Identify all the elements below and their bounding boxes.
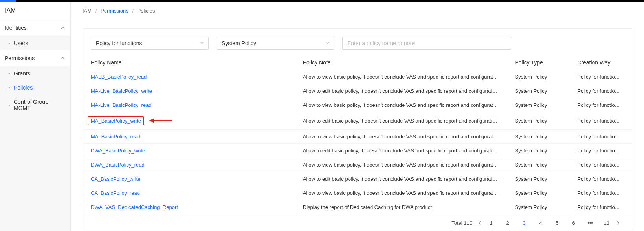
policy-type-cell: System Policy: [507, 98, 570, 112]
table-row: MA-Live_BasicPolicy_readAllow to view ba…: [83, 98, 632, 112]
creation-way-cell: Policy for functions: [569, 158, 632, 172]
creation-way-cell: Policy for functions: [569, 112, 632, 130]
bullet-icon: [9, 43, 10, 44]
sidebar-item-label: Grants: [14, 70, 30, 77]
table-row: MA_BasicPolicy_readAllow to view basic p…: [83, 130, 632, 144]
page-number-button[interactable]: 11: [603, 220, 611, 226]
policy-type-cell: System Policy: [507, 70, 570, 84]
creation-way-cell: Policy for functions: [569, 130, 632, 144]
col-header-name: Policy Name: [83, 55, 295, 70]
policy-note-cell: Allow to edit basic policy, it doesn't c…: [295, 144, 507, 158]
creation-way-cell: Policy for functions: [569, 186, 632, 200]
table-row: DWA_VAS_DedicatedCaching_ReportDisplay t…: [83, 200, 632, 214]
table-row: DWA_BasicPolicy_writeAllow to edit basic…: [83, 144, 632, 158]
filter-bar: Policy for functions System Policy: [83, 37, 632, 55]
policy-note-cell: Allow to edit basic policy, it doesn't c…: [295, 172, 507, 186]
sidebar-item-control-group-mgmt[interactable]: Control Group MGMT: [0, 95, 70, 115]
sidebar-item-grants[interactable]: Grants: [0, 66, 70, 81]
policy-type-cell: System Policy: [507, 158, 570, 172]
policy-note-cell: Allow to view basic policy, it doesn't c…: [295, 130, 507, 144]
policy-name-link[interactable]: MA_BasicPolicy_write: [91, 118, 141, 124]
table-header-row: Policy Name Policy Note Policy Type Crea…: [83, 55, 632, 70]
policy-name-link[interactable]: MALB_BasicPolicy_read: [91, 74, 147, 80]
creation-way-cell: Policy for functions: [569, 144, 632, 158]
chevron-up-icon: [60, 55, 66, 61]
creation-way-cell: Policy for functions: [569, 98, 632, 112]
table-row: CA_BasicPolicy_writeAllow to edit basic …: [83, 172, 632, 186]
policy-type-cell: System Policy: [507, 84, 570, 98]
chevron-down-icon: [325, 40, 330, 46]
sidebar-group-label: Permissions: [5, 55, 35, 61]
policy-name-link[interactable]: DWA_BasicPolicy_read: [91, 162, 145, 168]
policy-note-cell: Allow to edit basic policy, it doesn't c…: [295, 84, 507, 98]
policy-type-cell: System Policy: [507, 172, 570, 186]
sidebar-item-label: Users: [14, 40, 28, 46]
breadcrumb-permissions-link[interactable]: Permissions: [101, 8, 128, 14]
page-number-button[interactable]: 4: [537, 220, 545, 226]
policy-type-cell: System Policy: [507, 130, 570, 144]
policy-name-link[interactable]: CA_BasicPolicy_write: [91, 176, 140, 182]
breadcrumb-root: IAM: [83, 8, 92, 14]
sidebar-item-label: Control Group MGMT: [14, 99, 66, 111]
scope-select[interactable]: Policy for functions: [91, 37, 209, 50]
breadcrumb-separator: /: [95, 8, 97, 14]
creation-way-cell: Policy for functions: [569, 200, 632, 214]
policy-name-link[interactable]: MA-Live_BasicPolicy_write: [91, 88, 152, 94]
page-next-button[interactable]: [616, 220, 620, 226]
sidebar-group-identities[interactable]: Identities: [0, 20, 70, 36]
policy-note-cell: Allow to edit basic policy, it doesn't c…: [295, 112, 507, 130]
pagination: Total 110 123456•••11: [83, 214, 632, 226]
table-row: MA-Live_BasicPolicy_writeAllow to edit b…: [83, 84, 632, 98]
policy-note-cell: Allow to view basic policy, it doesn't c…: [295, 186, 507, 200]
sidebar-item-policies[interactable]: Policies: [0, 81, 70, 95]
search-input[interactable]: [342, 37, 511, 50]
breadcrumb-separator: /: [132, 8, 134, 14]
chevron-up-icon: [60, 25, 66, 31]
policy-type-cell: System Policy: [507, 200, 570, 214]
arrow-annotation-icon: [149, 117, 172, 125]
sidebar-item-users[interactable]: Users: [0, 36, 70, 50]
policy-note-cell: Display the report of Dedicated Caching …: [295, 200, 507, 214]
pagination-total: Total 110: [451, 220, 472, 226]
col-header-type: Policy Type: [507, 55, 570, 70]
creation-way-cell: Policy for functions: [569, 70, 632, 84]
page-number-button[interactable]: 6: [570, 220, 578, 226]
table-row: MA_BasicPolicy_writeAllow to edit basic …: [83, 112, 632, 130]
policy-name-link[interactable]: MA_BasicPolicy_read: [91, 134, 140, 139]
table-row: CA_BasicPolicy_readAllow to view basic p…: [83, 186, 632, 200]
table-row: DWA_BasicPolicy_readAllow to view basic …: [83, 158, 632, 172]
page-number-button[interactable]: 1: [487, 220, 495, 226]
policy-type-cell: System Policy: [507, 144, 570, 158]
page-number-button[interactable]: 5: [553, 220, 561, 226]
page-prev-button[interactable]: [478, 220, 482, 226]
content-panel: Policy for functions System Policy: [83, 28, 632, 230]
highlight-annotation: MA_BasicPolicy_write: [88, 116, 144, 125]
bullet-icon: [9, 73, 10, 74]
col-header-way: Creation Way: [569, 55, 632, 70]
page-number-button[interactable]: 3: [520, 220, 528, 226]
app-title: IAM: [0, 2, 70, 20]
sidebar-group-permissions[interactable]: Permissions: [0, 50, 70, 66]
bullet-icon: [9, 104, 10, 106]
type-select[interactable]: System Policy: [217, 37, 334, 50]
policy-name-link[interactable]: CA_BasicPolicy_read: [91, 190, 140, 196]
sidebar-group-label: Identities: [5, 25, 27, 31]
col-header-note: Policy Note: [295, 55, 507, 70]
sidebar-item-label: Policies: [14, 84, 33, 91]
breadcrumb-current: Policies: [138, 8, 155, 14]
table-row: MALB_BasicPolicy_readAllow to view basic…: [83, 70, 632, 84]
policy-name-link[interactable]: MA-Live_BasicPolicy_read: [91, 102, 152, 108]
creation-way-cell: Policy for functions: [569, 172, 632, 186]
policy-name-link[interactable]: DWA_BasicPolicy_write: [91, 148, 145, 154]
policy-type-cell: System Policy: [507, 186, 570, 200]
sidebar: IAM Identities Users Permissions Grants …: [0, 2, 71, 231]
page-number-button[interactable]: 2: [504, 220, 512, 226]
creation-way-cell: Policy for functions: [569, 84, 632, 98]
svg-marker-1: [149, 118, 154, 123]
page-ellipsis: •••: [586, 220, 594, 226]
main-content: IAM / Permissions / Policies Policy for …: [71, 2, 644, 231]
policy-note-cell: Allow to view basic policy, it doesn't c…: [295, 70, 507, 84]
select-value: Policy for functions: [96, 40, 142, 46]
policy-name-link[interactable]: DWA_VAS_DedicatedCaching_Report: [91, 204, 178, 210]
breadcrumb: IAM / Permissions / Policies: [71, 2, 644, 20]
